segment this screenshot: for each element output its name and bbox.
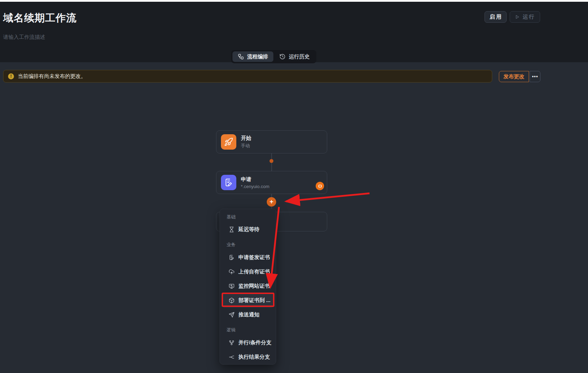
ellipsis-icon: ••• [532,74,538,79]
node-apply-certificate[interactable]: 申请 *.cenyuio.com [216,171,327,194]
menu-item-label: 部署证书到 ... [238,297,271,304]
send-icon [229,312,235,318]
menu-item-monitor-website-certificate[interactable]: 监控网站证书 [220,279,276,293]
node-title: 开始 [241,135,251,142]
run-button[interactable]: 运行 [510,11,540,23]
page-title: 域名续期工作流 [3,11,77,25]
banner-message: 当前编排有尚未发布的更改。 [18,73,86,80]
menu-section-business: 业务 [220,237,276,251]
menu-item-upload-certificate[interactable]: 上传自有证书 [220,265,276,279]
tab-label: 流程编排 [247,53,268,60]
menu-item-parallel-condition-branch[interactable]: 并行/条件分支 [220,336,276,350]
add-node-menu: 基础 延迟等待 业务 申请签发证书 上传自有证书 [220,209,276,365]
tab-run-history[interactable]: 运行历史 [274,51,315,62]
node-subtitle: *.cenyuio.com [241,184,270,189]
run-button-label: 运行 [523,14,535,20]
fork-icon [229,340,235,346]
workflow-icon [238,53,244,60]
rocket-icon [221,134,236,150]
tab-process-orchestration[interactable]: 流程编排 [232,51,273,62]
warning-icon: ! [8,73,14,79]
workflow-description-placeholder[interactable]: 请输入工作流描述 [3,34,45,41]
certificate-icon [229,254,235,260]
view-tabs: 流程编排 运行历史 [231,50,316,63]
publish-changes-button[interactable]: 发布更改 [499,71,529,82]
menu-item-delay-wait[interactable]: 延迟等待 [220,222,276,237]
menu-item-label: 监控网站证书 [238,283,270,289]
menu-item-apply-issue-certificate[interactable]: 申请签发证书 [220,251,276,265]
enable-button-label: 启用 [490,14,503,20]
menu-item-deploy-certificate[interactable]: 部署证书到 ... [222,293,274,308]
add-node-button[interactable]: + [267,197,276,207]
menu-item-label: 申请签发证书 [238,254,270,261]
menu-item-push-notification[interactable]: 推送通知 [220,308,276,322]
unpublished-changes-banner: ! 当前编排有尚未发布的更改。 [3,70,492,83]
menu-item-label: 延迟等待 [238,226,259,233]
menu-section-logic: 逻辑 [220,322,276,336]
connector-dot [270,159,273,163]
enable-button[interactable]: 启用 [485,11,507,23]
ca-provider-badge [316,182,324,190]
publish-button-group: 发布更改 ••• [499,71,540,82]
certificate-icon [221,175,236,190]
header-actions: 启用 运行 [485,11,540,23]
menu-section-basic: 基础 [220,212,276,222]
node-subtitle: 手动 [241,143,251,149]
plus-icon: + [270,198,273,205]
menu-item-label: 执行结果分支 [238,354,270,360]
hourglass-icon [229,227,235,232]
workflow-editor-page: 域名续期工作流 请输入工作流描述 启用 运行 流程编排 运行历史 [0,0,588,373]
cloud-upload-icon [229,269,235,275]
menu-item-label: 上传自有证书 [238,268,270,275]
monitor-search-icon [229,283,235,289]
package-icon [229,297,235,303]
tab-label: 运行历史 [289,53,310,60]
play-icon [515,14,520,20]
history-icon [279,53,286,60]
menu-item-label: 并行/条件分支 [238,339,271,346]
split-icon [229,354,235,360]
node-title: 申请 [241,176,270,183]
node-start[interactable]: 开始 手动 [216,130,327,153]
menu-item-execution-result-branch[interactable]: 执行结果分支 [220,350,276,364]
menu-item-label: 推送通知 [238,311,259,318]
more-options-button[interactable]: ••• [530,71,540,82]
